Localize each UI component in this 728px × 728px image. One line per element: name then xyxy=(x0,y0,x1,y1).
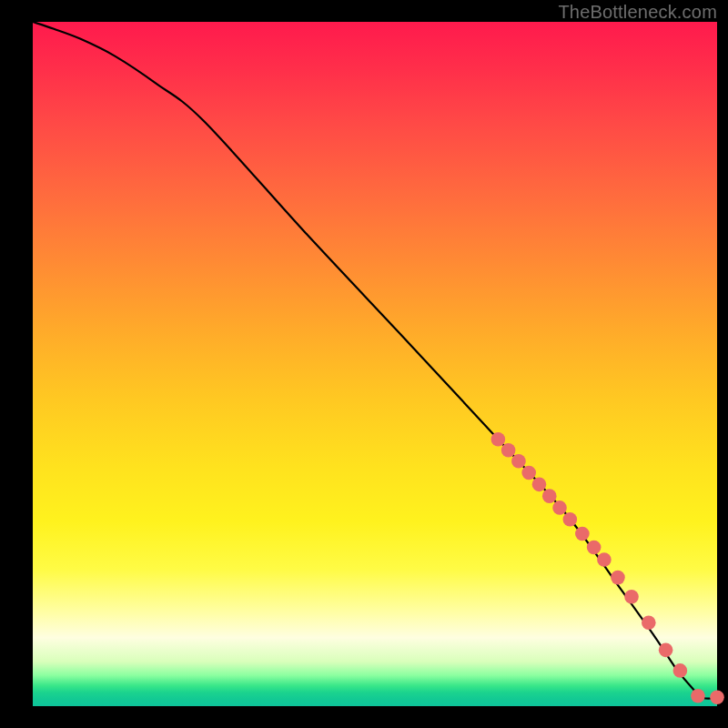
marker-point xyxy=(587,541,602,555)
performance-curve xyxy=(33,22,717,699)
attribution-label: TheBottleneck.com xyxy=(558,2,717,23)
chart-svg xyxy=(33,22,717,706)
marker-point xyxy=(532,478,547,492)
marker-point xyxy=(552,500,567,515)
marker-point xyxy=(521,466,536,480)
marker-point xyxy=(597,552,612,567)
marker-point xyxy=(575,527,590,541)
marker-point xyxy=(542,489,557,503)
chart-stage: TheBottleneck.com xyxy=(0,0,728,728)
marker-point xyxy=(563,512,578,527)
plot-area xyxy=(33,22,717,706)
curve-layer xyxy=(33,22,717,699)
marker-point xyxy=(710,690,724,704)
marker-point xyxy=(611,571,625,585)
marker-point xyxy=(691,689,705,703)
marker-point xyxy=(673,663,688,678)
marker-layer xyxy=(491,432,724,704)
marker-point xyxy=(491,432,506,447)
marker-point xyxy=(501,443,516,458)
marker-point xyxy=(624,590,639,604)
marker-point xyxy=(642,615,656,630)
marker-point xyxy=(659,643,673,658)
marker-point xyxy=(511,454,526,469)
